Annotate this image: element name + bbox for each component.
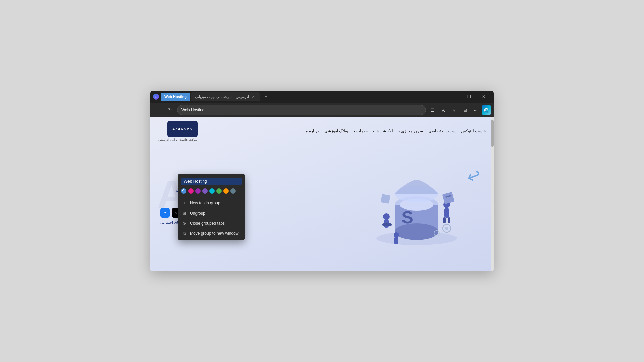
- ctx-name-input[interactable]: Web Hosting: [181, 178, 241, 185]
- svg-rect-12: [443, 217, 446, 223]
- restore-button[interactable]: ❐: [462, 90, 476, 103]
- refresh-button[interactable]: ↻: [165, 105, 175, 115]
- tab-close-icon[interactable]: ✕: [251, 94, 256, 99]
- tab-group: Web Hosting آذرسیس - سرعت بی نهایت میزبا…: [161, 92, 260, 101]
- ctx-divider-1: [178, 197, 245, 197]
- address-bar[interactable]: Web Hosting: [177, 105, 426, 115]
- color-blue-check[interactable]: ✓: [181, 188, 186, 194]
- nav-item-locations[interactable]: لوکیشن ها: [373, 129, 393, 133]
- site-header: هاست لینوکس سرور اختصاصی سرور مجازی لوکی…: [150, 117, 494, 145]
- site-nav: هاست لینوکس سرور اختصاصی سرور مجازی لوکی…: [304, 129, 486, 133]
- close-grouped-icon: ⊙: [182, 221, 187, 226]
- back-arrow-icon: ↩: [464, 165, 484, 188]
- title-bar: ⊕ Web Hosting آذرسیس - سرعت بی نهایت میز…: [150, 90, 494, 103]
- color-teal[interactable]: [209, 188, 215, 194]
- nav-bar: ← ↻ Web Hosting ☰ A ☆ ⊞ ··· 🌊: [150, 103, 494, 117]
- browser-window: ⊕ Web Hosting آذرسیس - سرعت بی نهایت میز…: [150, 90, 494, 272]
- svg-point-7: [383, 213, 390, 220]
- logo-subtext: شرکت هاست ایرانی آذرسیس: [158, 138, 198, 141]
- nav-item-linux-host[interactable]: هاست لینوکس: [461, 129, 486, 133]
- address-input[interactable]: Web Hosting: [181, 108, 422, 112]
- new-tab-icon: ＋: [182, 200, 187, 206]
- ctx-move-group-label: Move group to new window: [190, 231, 238, 236]
- new-tab-button[interactable]: +: [262, 92, 270, 101]
- tab-second[interactable]: آذرسیس - سرعت بی نهایت میزبانی ✕: [191, 92, 260, 101]
- ungroup-icon: ⊞: [182, 210, 187, 216]
- svg-rect-16: [442, 192, 455, 204]
- nav-item-services[interactable]: خدمات: [354, 129, 368, 133]
- window-controls: — ❐ ✕: [447, 90, 491, 103]
- color-purple[interactable]: [195, 188, 201, 194]
- more-tools-button[interactable]: ···: [471, 105, 480, 115]
- immersive-reader-button[interactable]: A: [439, 105, 448, 115]
- context-menu: Web Hosting ✓ ＋ New tab in group: [178, 174, 245, 240]
- reader-mode-button[interactable]: ☰: [428, 105, 437, 115]
- facebook-icon[interactable]: f: [160, 208, 170, 218]
- move-group-icon: ⧉: [182, 231, 187, 236]
- logo-image: AZARSYS: [167, 121, 198, 137]
- svg-point-14: [394, 232, 399, 238]
- edge-logo[interactable]: 🌊: [482, 105, 491, 115]
- tab-group-label[interactable]: Web Hosting: [161, 93, 190, 101]
- color-green[interactable]: [216, 188, 222, 194]
- back-button[interactable]: ←: [153, 105, 163, 115]
- ctx-ungroup-label: Ungroup: [190, 211, 205, 216]
- site-logo: AZARSYS شرکت هاست ایرانی آذرسیس: [158, 121, 198, 141]
- ctx-new-tab-label: New tab in group: [190, 201, 220, 205]
- nav-item-vps[interactable]: سرور مجازی: [398, 129, 423, 133]
- ctx-close-grouped-tabs[interactable]: ⊙ Close grouped tabs: [178, 218, 245, 228]
- hero-svg: S: [366, 165, 467, 248]
- web-content: A Z هاست لینوکس سرور اختصاصی سرور مجازی …: [150, 117, 494, 272]
- ctx-ungroup[interactable]: ⊞ Ungroup: [178, 208, 245, 218]
- ctx-move-group[interactable]: ⧉ Move group to new window: [178, 228, 245, 238]
- hero-illustration: ↩ S: [350, 160, 484, 253]
- ctx-close-grouped-label: Close grouped tabs: [190, 221, 225, 226]
- close-button[interactable]: ✕: [476, 90, 491, 103]
- ctx-new-tab-in-group[interactable]: ＋ New tab in group: [178, 198, 245, 208]
- svg-point-20: [445, 227, 448, 230]
- color-pink[interactable]: [188, 188, 194, 194]
- ctx-colors: ✓: [178, 186, 245, 196]
- svg-rect-13: [448, 217, 450, 223]
- nav-right-buttons: ☰ A ☆ ⊞ ··· 🌊: [428, 105, 491, 115]
- collections-button[interactable]: ⊞: [460, 105, 470, 115]
- color-orange[interactable]: [223, 188, 229, 194]
- svg-rect-15: [394, 237, 398, 244]
- favorites-button[interactable]: ☆: [449, 105, 459, 115]
- svg-rect-11: [444, 208, 449, 218]
- title-bar-left: ⊕ Web Hosting آذرسیس - سرعت بی نهایت میز…: [153, 92, 270, 101]
- minimize-button[interactable]: —: [447, 90, 462, 103]
- nav-item-about[interactable]: درباره ما: [304, 129, 319, 133]
- logo-text: AZARSYS: [172, 127, 193, 131]
- browser-icon: ⊕: [153, 94, 159, 100]
- svg-rect-9: [382, 223, 392, 226]
- svg-rect-18: [381, 194, 390, 204]
- ctx-name-input-wrapper: Web Hosting: [178, 176, 245, 186]
- nav-item-blog[interactable]: وبلاگ آموزشی: [324, 129, 348, 133]
- color-light-purple[interactable]: [202, 188, 208, 194]
- color-dark-gray[interactable]: [230, 188, 236, 194]
- tab-second-label: آذرسیس - سرعت بی نهایت میزبانی: [195, 95, 249, 99]
- nav-item-dedicated[interactable]: سرور اختصاصی: [428, 129, 455, 133]
- svg-text:S: S: [401, 207, 413, 227]
